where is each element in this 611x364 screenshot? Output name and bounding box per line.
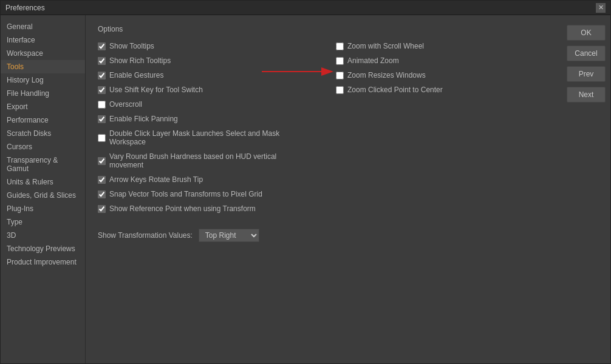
checkbox-label-enable-gestures: Enable Gestures xyxy=(109,71,163,79)
checkbox-row-animated-zoom: Animated Zoom xyxy=(336,56,550,65)
checkbox-enable-gestures[interactable] xyxy=(98,72,106,79)
sidebar-item-3d[interactable]: 3D xyxy=(1,229,85,242)
ok-button[interactable]: OK xyxy=(567,25,606,41)
sidebar-item-workspace[interactable]: Workspace xyxy=(1,47,85,60)
checkbox-row-vary-round-brush: Vary Round Brush Hardness based on HUD v… xyxy=(98,152,312,169)
sidebar-item-technology-previews[interactable]: Technology Previews xyxy=(1,242,85,255)
checkbox-vary-round-brush[interactable] xyxy=(98,157,106,165)
checkbox-zoom-resizes-windows[interactable] xyxy=(336,72,344,79)
checkbox-label-overscroll: Overscroll xyxy=(109,100,142,109)
section-title: Options xyxy=(98,25,550,33)
checkbox-overscroll[interactable] xyxy=(98,101,106,109)
checkbox-label-show-rich-tooltips: Show Rich Tooltips xyxy=(109,56,171,65)
checkbox-arrow-keys-rotate[interactable] xyxy=(98,176,106,184)
prev-button[interactable]: Prev xyxy=(567,66,606,82)
sidebar-item-guides-grid-slices[interactable]: Guides, Grid & Slices xyxy=(1,189,85,202)
content-area: Options Show TooltipsShow Rich TooltipsE… xyxy=(86,15,562,363)
sidebar-item-file-handling[interactable]: File Handling xyxy=(1,87,85,100)
sidebar-item-interface[interactable]: Interface xyxy=(1,33,85,47)
dialog-title: Preferences xyxy=(5,4,45,12)
sidebar: GeneralInterfaceWorkspaceToolsHistory Lo… xyxy=(1,15,86,363)
checkbox-row-use-shift-key: Use Shift Key for Tool Switch xyxy=(98,86,312,94)
cancel-button[interactable]: Cancel xyxy=(567,46,606,61)
checkbox-label-double-click-layer-mask: Double Click Layer Mask Launches Select … xyxy=(109,129,312,146)
checkbox-label-vary-round-brush: Vary Round Brush Hardness based on HUD v… xyxy=(109,152,312,169)
left-column: Show TooltipsShow Rich TooltipsEnable Ge… xyxy=(98,42,312,219)
sidebar-item-performance[interactable]: Performance xyxy=(1,113,85,127)
checkbox-double-click-layer-mask[interactable] xyxy=(98,134,106,142)
sidebar-item-product-improvement[interactable]: Product Improvement xyxy=(1,255,85,269)
checkbox-animated-zoom[interactable] xyxy=(336,57,344,65)
checkbox-row-enable-flick-panning: Enable Flick Panning xyxy=(98,115,312,123)
checkbox-label-animated-zoom: Animated Zoom xyxy=(347,56,399,65)
sidebar-item-plug-ins[interactable]: Plug-Ins xyxy=(1,202,85,215)
transformation-label: Show Transformation Values: xyxy=(98,231,193,240)
sidebar-item-type[interactable]: Type xyxy=(1,215,85,229)
sidebar-item-transparency-gamut[interactable]: Transparency & Gamut xyxy=(1,153,85,175)
checkbox-show-tooltips[interactable] xyxy=(98,42,106,50)
checkbox-show-reference-point[interactable] xyxy=(98,205,106,213)
checkbox-row-overscroll: Overscroll xyxy=(98,100,312,109)
sidebar-item-export[interactable]: Export xyxy=(1,100,85,113)
checkbox-row-show-reference-point: Show Reference Point when using Transfor… xyxy=(98,204,312,213)
checkbox-snap-vector-tools[interactable] xyxy=(98,190,106,198)
close-button[interactable]: ✕ xyxy=(596,3,606,13)
checkbox-row-zoom-clicked-point: Zoom Clicked Point to Center xyxy=(336,86,550,94)
next-button[interactable]: Next xyxy=(567,87,606,103)
checkbox-row-show-tooltips: Show Tooltips xyxy=(98,42,312,50)
checkbox-zoom-clicked-point[interactable] xyxy=(336,86,344,94)
checkbox-row-snap-vector-tools: Snap Vector Tools and Transforms to Pixe… xyxy=(98,190,312,198)
checkbox-zoom-scroll-wheel[interactable] xyxy=(336,42,344,50)
checkbox-row-zoom-resizes-windows: Zoom Resizes Windows xyxy=(336,71,550,79)
sidebar-item-general[interactable]: General xyxy=(1,20,85,33)
checkbox-label-arrow-keys-rotate: Arrow Keys Rotate Brush Tip xyxy=(109,175,203,184)
checkbox-label-use-shift-key: Use Shift Key for Tool Switch xyxy=(109,86,203,94)
sidebar-item-tools[interactable]: Tools xyxy=(1,60,85,73)
checkbox-label-show-tooltips: Show Tooltips xyxy=(109,42,154,50)
checkbox-label-snap-vector-tools: Snap Vector Tools and Transforms to Pixe… xyxy=(109,190,262,198)
checkbox-label-show-reference-point: Show Reference Point when using Transfor… xyxy=(109,204,256,213)
checkbox-row-double-click-layer-mask: Double Click Layer Mask Launches Select … xyxy=(98,129,312,146)
checkbox-label-zoom-clicked-point: Zoom Clicked Point to Center xyxy=(347,86,443,94)
title-bar: Preferences ✕ xyxy=(1,1,610,15)
checkbox-row-enable-gestures: Enable Gestures xyxy=(98,71,312,79)
checkbox-row-zoom-scroll-wheel: Zoom with Scroll Wheel xyxy=(336,42,550,50)
right-column: Zoom with Scroll WheelAnimated ZoomZoom … xyxy=(336,42,550,219)
preferences-dialog: Preferences ✕ GeneralInterfaceWorkspaceT… xyxy=(0,0,611,364)
transformation-select[interactable]: Top RightTop LeftBottom RightBottom Left… xyxy=(199,229,259,242)
checkbox-enable-flick-panning[interactable] xyxy=(98,115,106,123)
sidebar-item-units-rulers[interactable]: Units & Rulers xyxy=(1,175,85,189)
checkbox-row-arrow-keys-rotate: Arrow Keys Rotate Brush Tip xyxy=(98,175,312,184)
two-column-layout: Show TooltipsShow Rich TooltipsEnable Ge… xyxy=(98,42,550,219)
dialog-body: GeneralInterfaceWorkspaceToolsHistory Lo… xyxy=(1,15,610,363)
checkbox-row-show-rich-tooltips: Show Rich Tooltips xyxy=(98,56,312,65)
checkbox-label-enable-flick-panning: Enable Flick Panning xyxy=(109,115,178,123)
sidebar-item-cursors[interactable]: Cursors xyxy=(1,140,85,153)
checkbox-show-rich-tooltips[interactable] xyxy=(98,57,106,65)
checkbox-label-zoom-scroll-wheel: Zoom with Scroll Wheel xyxy=(347,42,424,50)
sidebar-item-scratch-disks[interactable]: Scratch Disks xyxy=(1,127,85,140)
transformation-row: Show Transformation Values: Top RightTop… xyxy=(98,229,550,242)
checkbox-use-shift-key[interactable] xyxy=(98,86,106,94)
sidebar-item-history-log[interactable]: History Log xyxy=(1,73,85,87)
action-buttons: OK Cancel Prev Next xyxy=(562,15,610,363)
checkbox-label-zoom-resizes-windows: Zoom Resizes Windows xyxy=(347,71,426,79)
